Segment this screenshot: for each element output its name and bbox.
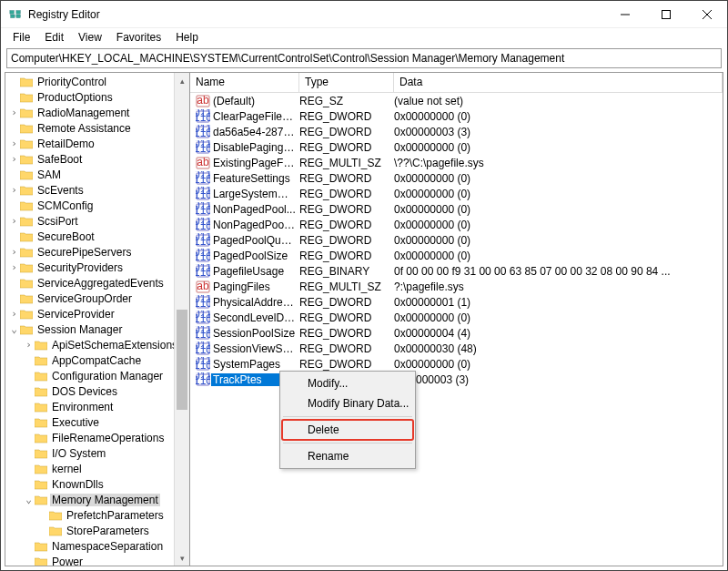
expand-icon[interactable] <box>24 479 34 489</box>
tree-item[interactable]: kernel <box>5 461 189 476</box>
value-row[interactable]: 011110PagedPoolSizeREG_DWORD0x00000000 (… <box>190 248 723 263</box>
menu-edit[interactable]: Edit <box>38 29 70 46</box>
expand-icon[interactable]: › <box>9 262 19 272</box>
expand-icon[interactable] <box>9 200 19 210</box>
tree-item[interactable]: Environment <box>5 399 189 414</box>
address-bar[interactable]: Computer\HKEY_LOCAL_MACHINE\SYSTEM\Curre… <box>6 48 722 68</box>
expand-icon[interactable] <box>24 355 34 365</box>
tree-item[interactable]: StoreParameters <box>5 523 189 538</box>
tree-item[interactable]: SCMConfig <box>5 198 189 213</box>
tree-item[interactable]: ›ServiceProvider <box>5 306 189 321</box>
close-button[interactable] <box>686 1 727 28</box>
expand-icon[interactable]: ⌄ <box>9 324 19 334</box>
expand-icon[interactable] <box>9 76 19 87</box>
expand-icon[interactable] <box>9 278 19 288</box>
tree-item[interactable]: I/O System <box>5 445 189 461</box>
menu-help[interactable]: Help <box>169 29 205 46</box>
expand-icon[interactable] <box>24 417 34 427</box>
value-row[interactable]: 011110SystemPagesREG_DWORD0x00000000 (0) <box>190 356 723 372</box>
ctx-modify[interactable]: Modify... <box>282 373 413 393</box>
menu-favorites[interactable]: Favorites <box>110 29 167 46</box>
scroll-down-icon[interactable]: ▾ <box>175 550 189 566</box>
expand-icon[interactable] <box>24 464 34 474</box>
tree-item[interactable]: ⌄Memory Management <box>5 492 189 507</box>
tree-item[interactable]: ›SecurePipeServers <box>5 244 189 260</box>
tree-item[interactable]: ›ScEvents <box>5 182 189 198</box>
value-row[interactable]: ab(Default)REG_SZ(value not set) <box>190 93 723 108</box>
expand-icon[interactable]: ⌄ <box>24 495 34 505</box>
expand-icon[interactable]: › <box>9 216 19 226</box>
minimize-button[interactable] <box>604 1 645 28</box>
value-row[interactable]: 011110PhysicalAddress...REG_DWORD0x00000… <box>190 294 723 310</box>
scroll-thumb[interactable] <box>177 310 187 410</box>
tree-item[interactable]: Remote Assistance <box>5 120 189 136</box>
expand-icon[interactable] <box>9 231 19 241</box>
tree-item[interactable]: Power <box>5 554 189 566</box>
tree-item[interactable]: Configuration Manager <box>5 368 189 383</box>
expand-icon[interactable]: › <box>9 185 19 195</box>
tree-item[interactable]: NamespaceSeparation <box>5 538 189 554</box>
tree-item[interactable]: ⌄Session Manager <box>5 321 189 337</box>
expand-icon[interactable] <box>9 92 19 102</box>
tree-item[interactable]: Executive <box>5 414 189 430</box>
value-row[interactable]: 011110FeatureSettingsREG_DWORD0x00000000… <box>190 170 723 186</box>
value-row[interactable]: 011110NonPagedPool...REG_DWORD0x00000000… <box>190 201 723 217</box>
tree-item[interactable]: ›SafeBoot <box>5 151 189 167</box>
tree-item[interactable]: ›ApiSetSchemaExtensions <box>5 337 189 352</box>
value-row[interactable]: 011110LargeSystemCac...REG_DWORD0x000000… <box>190 186 723 201</box>
value-row[interactable]: 011110da56a5e4-287c-...REG_DWORD0x000000… <box>190 124 723 139</box>
expand-icon[interactable] <box>38 510 48 520</box>
tree-item[interactable]: FileRenameOperations <box>5 430 189 445</box>
ctx-rename[interactable]: Rename <box>282 446 413 466</box>
tree-item[interactable]: ›RadioManagement <box>5 105 189 120</box>
expand-icon[interactable] <box>24 371 34 381</box>
expand-icon[interactable] <box>24 386 34 396</box>
expand-icon[interactable]: › <box>24 340 34 350</box>
tree-pane[interactable]: PriorityControlProductOptions›RadioManag… <box>5 72 190 566</box>
expand-icon[interactable] <box>9 169 19 179</box>
tree-item[interactable]: ›ScsiPort <box>5 213 189 229</box>
value-row[interactable]: 011110PagedPoolQuotaREG_DWORD0x00000000 … <box>190 232 723 248</box>
tree-item[interactable]: ServiceAggregatedEvents <box>5 275 189 291</box>
expand-icon[interactable]: › <box>9 107 19 117</box>
col-type[interactable]: Type <box>299 73 394 92</box>
expand-icon[interactable] <box>24 556 34 566</box>
value-row[interactable]: 011110SecondLevelDat...REG_DWORD0x000000… <box>190 310 723 325</box>
scroll-up-icon[interactable]: ▴ <box>175 73 189 88</box>
expand-icon[interactable] <box>38 525 48 535</box>
tree-item[interactable]: SAM <box>5 167 189 182</box>
col-data[interactable]: Data <box>394 73 723 92</box>
value-row[interactable]: abExistingPageFilesREG_MULTI_SZ\??\C:\pa… <box>190 155 723 170</box>
expand-icon[interactable]: › <box>9 154 19 164</box>
tree-item[interactable]: PriorityControl <box>5 74 189 89</box>
value-row[interactable]: 011110TrackPtesREG_DWORD0x00000003 (3) <box>190 372 723 387</box>
tree-item[interactable]: ProductOptions <box>5 89 189 105</box>
tree-item[interactable]: PrefetchParameters <box>5 507 189 523</box>
ctx-modify-binary[interactable]: Modify Binary Data... <box>282 393 413 413</box>
expand-icon[interactable]: › <box>9 247 19 257</box>
tree-item[interactable]: ›RetailDemo <box>5 136 189 151</box>
col-name[interactable]: Name <box>190 73 299 92</box>
tree-scrollbar[interactable]: ▴ ▾ <box>174 73 189 566</box>
expand-icon[interactable] <box>9 123 19 133</box>
value-row[interactable]: 011110ClearPageFileAt...REG_DWORD0x00000… <box>190 108 723 124</box>
tree-item[interactable]: AppCompatCache <box>5 352 189 368</box>
value-row[interactable]: 011110NonPagedPoolS...REG_DWORD0x0000000… <box>190 217 723 232</box>
tree-item[interactable]: SecureBoot <box>5 229 189 244</box>
tree-item[interactable]: ServiceGroupOrder <box>5 291 189 306</box>
tree-item[interactable]: ›SecurityProviders <box>5 260 189 275</box>
value-row[interactable]: 011110DisablePagingEx...REG_DWORD0x00000… <box>190 139 723 155</box>
value-row[interactable]: 011110PagefileUsageREG_BINARY0f 00 00 00… <box>190 263 723 279</box>
expand-icon[interactable] <box>24 448 34 458</box>
value-row[interactable]: 011110SessionPoolSizeREG_DWORD0x00000004… <box>190 325 723 341</box>
maximize-button[interactable] <box>645 1 686 28</box>
list-body[interactable]: ab(Default)REG_SZ(value not set)011110Cl… <box>190 93 723 566</box>
expand-icon[interactable] <box>9 293 19 303</box>
expand-icon[interactable] <box>24 541 34 551</box>
value-row[interactable]: abPagingFilesREG_MULTI_SZ?:\pagefile.sys <box>190 279 723 294</box>
tree-item[interactable]: DOS Devices <box>5 383 189 399</box>
expand-icon[interactable]: › <box>9 138 19 148</box>
tree-item[interactable]: KnownDlls <box>5 476 189 492</box>
ctx-delete[interactable]: Delete <box>282 420 413 440</box>
expand-icon[interactable]: › <box>9 309 19 319</box>
